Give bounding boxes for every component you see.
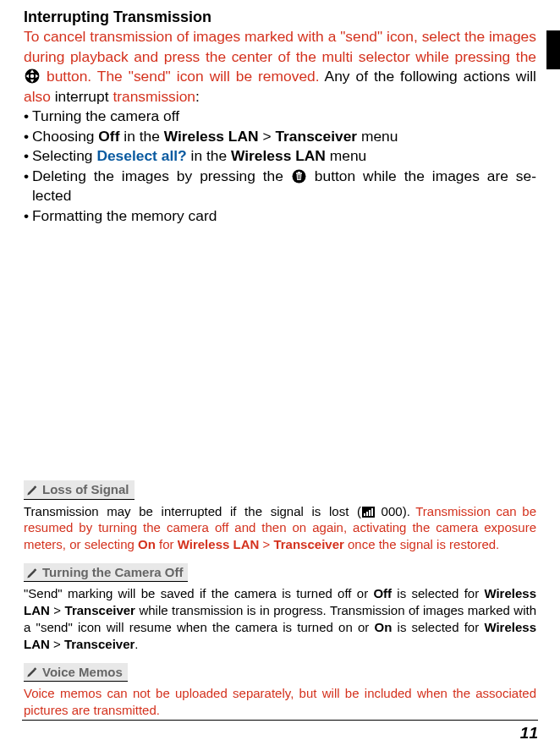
bold-off: Off <box>373 586 392 600</box>
bold-wlan: Wireless LAN <box>231 147 326 164</box>
section-heading: Interrupting Transmission <box>24 7 536 27</box>
bullet-text: Deleting the images by pressing the butt… <box>32 167 536 206</box>
note-title-label: Loss of Signal <box>42 481 129 498</box>
pencil-icon <box>26 484 38 496</box>
t: in the <box>187 147 231 164</box>
bold-trx: Transceiver <box>275 128 357 145</box>
note-title-loss: Loss of Signal <box>24 480 135 500</box>
svg-point-5 <box>30 74 34 78</box>
t: is selected for <box>392 620 484 634</box>
bold-trx: Transceiver <box>65 603 135 617</box>
t: > <box>50 603 65 617</box>
bold-off: Off <box>98 128 119 145</box>
t: is selected for <box>392 586 484 600</box>
note-body-voice: Voice memos can not be uploaded separate… <box>24 685 536 719</box>
t: once the signal is restored. <box>344 537 499 551</box>
bold-wlan: Wireless LAN <box>164 128 259 145</box>
intro-text-b: button. The "send" icon will be removed. <box>41 68 320 85</box>
list-item: • Formatting the memory card <box>24 206 536 226</box>
svg-rect-16 <box>371 508 373 516</box>
bullet-dot: • <box>24 206 32 226</box>
list-item: • Turning the camera off <box>24 107 536 126</box>
bold-on: On <box>138 537 156 551</box>
bullet-text: Turning the camera off <box>32 107 536 126</box>
t: "Send" marking will be saved if the came… <box>24 586 373 600</box>
bullet-text: Formatting the memory card <box>32 206 536 226</box>
t: Transmission may be interrupted if the s… <box>24 504 361 518</box>
svg-rect-10 <box>299 175 300 179</box>
t: menu <box>357 128 398 145</box>
note-body-loss: Transmission may be interrupted if the s… <box>24 503 536 553</box>
t: Selecting <box>32 147 96 164</box>
bullet-text: Choosing Off in the Wireless LAN > Trans… <box>32 127 536 146</box>
note-title-label: Turning the Camera Off <box>42 564 183 581</box>
note-title-label: Voice Memos <box>42 664 123 681</box>
intro-paragraph: To cancel transmission of images marked … <box>24 27 536 107</box>
list-item: • Choosing Off in the Wireless LAN > Tra… <box>24 127 536 146</box>
intro-also: also <box>24 88 51 105</box>
t: Choosing <box>32 128 98 145</box>
note-body-turning: "Send" marking will be saved if the came… <box>24 585 536 652</box>
t: for <box>156 537 178 551</box>
page-number: 11 <box>520 724 538 743</box>
bold-trx: Transceiver <box>64 637 135 651</box>
bullet-text: Selecting Deselect all? in the Wireless … <box>32 146 536 166</box>
bullet-dot: • <box>24 167 32 206</box>
intro-text-c: Any of the following actions will <box>320 68 536 85</box>
bold-deselect: Deselect all? <box>96 147 186 164</box>
multi-selector-icon <box>25 69 40 84</box>
pencil-icon <box>26 567 38 578</box>
pencil-icon <box>26 666 38 677</box>
intro-text-d: interrupt <box>51 88 113 105</box>
trash-icon <box>292 169 306 184</box>
bullet-dot: • <box>24 107 32 126</box>
bold-trx: Transceiver <box>273 537 343 551</box>
bold-wlan: Wireless LAN <box>178 537 260 551</box>
t: Deleting the images by pressing the <box>32 167 291 184</box>
bullet-dot: • <box>24 146 32 166</box>
note-title-turning: Turning the Camera Off <box>24 563 188 583</box>
notes-section: Loss of Signal Transmission may be inter… <box>24 480 536 729</box>
t: menu <box>326 147 366 164</box>
signal-icon <box>362 507 375 518</box>
svg-rect-15 <box>369 510 371 516</box>
svg-rect-13 <box>364 513 365 516</box>
svg-rect-8 <box>298 172 300 173</box>
bullet-list: • Turning the camera off • Choosing Off … <box>24 107 536 226</box>
t: > <box>50 637 64 651</box>
section-tab <box>546 30 560 69</box>
list-item: • Deleting the images by pressing the bu… <box>24 167 536 206</box>
intro-text-a: To cancel transmission of images marked … <box>24 28 536 64</box>
t: in the <box>119 128 163 145</box>
svg-rect-14 <box>366 512 368 516</box>
intro-transmission: transmission <box>113 88 195 105</box>
t: > <box>259 128 276 145</box>
footer-rule <box>22 720 538 721</box>
note-title-voice: Voice Memos <box>24 663 128 682</box>
t: > <box>259 537 273 551</box>
svg-rect-9 <box>298 175 299 179</box>
t: 000). <box>376 504 415 518</box>
bold-on: On <box>375 620 393 634</box>
list-item: • Selecting Deselect all? in the Wireles… <box>24 146 536 166</box>
intro-text-e: : <box>195 88 200 105</box>
bullet-dot: • <box>24 127 32 146</box>
t: . <box>135 637 138 651</box>
